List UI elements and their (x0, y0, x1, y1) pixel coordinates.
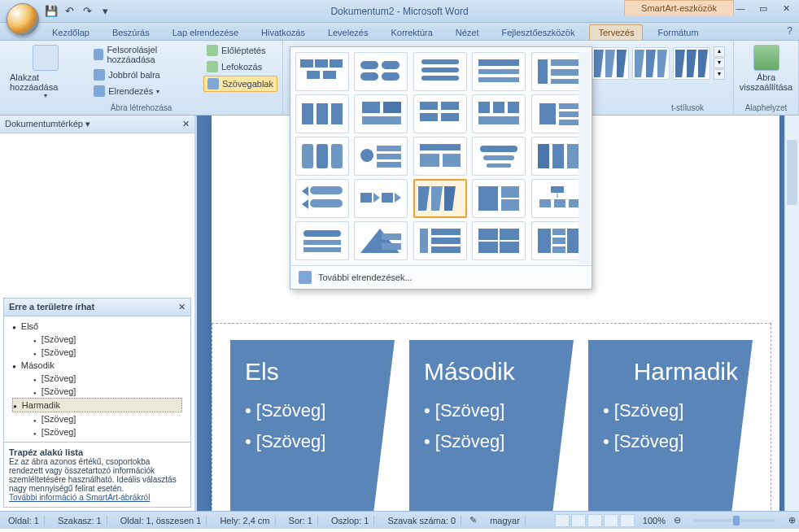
layout-gallery-item[interactable] (531, 179, 585, 218)
maximize-button[interactable]: ▭ (755, 2, 771, 15)
textpane-close-icon[interactable]: ✕ (178, 302, 186, 312)
layout-gallery-item[interactable] (472, 137, 526, 176)
qat-dropdown-icon[interactable]: ▾ (98, 4, 112, 19)
layout-gallery-item[interactable] (413, 137, 467, 176)
textpane-item[interactable]: [Szöveg] (12, 333, 182, 346)
tab-pagelayout[interactable]: Lap elrendezése (164, 25, 247, 40)
style-thumb[interactable] (592, 47, 629, 80)
tab-home[interactable]: Kezdőlap (44, 25, 98, 40)
layout-button[interactable]: Elrendezés▾ (90, 84, 199, 98)
save-icon[interactable]: 💾 (44, 4, 59, 19)
textpane-header: Erre a területre írhat ✕ (4, 299, 190, 316)
scroll-thumb[interactable] (787, 140, 797, 205)
status-pages[interactable]: Oldal: 1, összesen 1 (116, 516, 207, 525)
layout-gallery-item[interactable] (354, 137, 408, 176)
help-icon[interactable]: ? (787, 25, 792, 37)
view-print-layout[interactable] (555, 514, 570, 527)
smartart-trapezoid[interactable]: Els• [Szöveg]• [Szöveg] (230, 340, 395, 511)
layout-gallery-item[interactable] (472, 94, 526, 133)
layout-gallery-item[interactable] (472, 221, 526, 260)
reset-button[interactable]: Ábra visszaállítása (739, 43, 793, 94)
textpane-item[interactable]: Harmadik (12, 398, 182, 412)
tab-format[interactable]: Formátum (649, 25, 706, 40)
layout-gallery-item[interactable] (295, 221, 349, 260)
demote-button[interactable]: Lefokozás (203, 59, 277, 74)
status-column[interactable]: Oszlop: 1 (326, 516, 374, 525)
textpane-button[interactable]: Szövegablak (203, 76, 277, 92)
promote-button[interactable]: Előléptetés (203, 43, 277, 58)
layout-gallery-item[interactable] (413, 221, 467, 260)
layout-gallery-item[interactable] (531, 94, 585, 133)
smartart-frame[interactable]: Els• [Szöveg]• [Szöveg] Második• [Szöveg… (212, 323, 771, 511)
add-shape-button[interactable]: Alakzat hozzáadása ▾ (5, 43, 85, 101)
layout-gallery-item[interactable] (413, 52, 467, 91)
status-language[interactable]: magyar (485, 516, 526, 525)
tab-review[interactable]: Korrektúra (382, 25, 440, 40)
zoom-level[interactable]: 100% (643, 516, 666, 525)
style-thumb[interactable] (673, 47, 710, 80)
office-button[interactable] (7, 3, 39, 36)
docmap-close-icon[interactable]: ✕ (182, 119, 190, 129)
status-position[interactable]: Hely: 2,4 cm (215, 516, 275, 525)
smartart-trapezoid[interactable]: Második• [Szöveg]• [Szöveg] (409, 340, 574, 511)
status-line[interactable]: Sor: 1 (284, 516, 318, 525)
layout-gallery-item[interactable] (472, 179, 526, 218)
textpane-item[interactable]: [Szöveg] (12, 412, 182, 425)
layout-gallery-item[interactable] (413, 179, 467, 218)
tab-insert[interactable]: Beszúrás (104, 25, 158, 40)
textpane-item[interactable]: Első (12, 320, 182, 333)
docmap-dropdown-icon[interactable]: ▾ (85, 119, 90, 129)
layout-gallery-item[interactable] (354, 221, 408, 260)
layout-gallery-item[interactable] (295, 52, 349, 91)
tab-mailings[interactable]: Levelezés (320, 25, 377, 40)
smartart-trapezoid[interactable]: Harmadik• [Szöveg]• [Szöveg] (588, 340, 753, 511)
status-page[interactable]: Oldal: 1 (3, 516, 45, 525)
layout-gallery-item[interactable] (354, 52, 408, 91)
view-fullscreen[interactable] (571, 514, 586, 527)
textpane-item[interactable]: Második (12, 359, 182, 372)
view-draft[interactable] (620, 514, 635, 527)
style-scroll-up[interactable]: ▴ (714, 46, 725, 57)
layout-gallery-item[interactable] (354, 94, 408, 133)
style-scroll-down[interactable]: ▾ (714, 58, 725, 68)
tab-design[interactable]: Tervezés (589, 24, 643, 40)
close-button[interactable]: ✕ (778, 2, 794, 15)
view-web[interactable] (587, 514, 602, 527)
zoom-out-button[interactable]: ⊖ (674, 515, 681, 525)
tab-view[interactable]: Nézet (448, 25, 487, 40)
spellcheck-icon[interactable]: ✎ (469, 515, 477, 525)
style-thumb[interactable] (632, 47, 670, 80)
textpane-list[interactable]: Első[Szöveg][Szöveg]Második[Szöveg][Szöv… (4, 316, 190, 442)
zoom-in-button[interactable]: ⊕ (788, 515, 796, 525)
layout-gallery-item[interactable] (472, 52, 526, 91)
layout-gallery-item[interactable] (295, 179, 349, 218)
style-more[interactable]: ▾ (714, 69, 725, 80)
gallery-more-button[interactable]: További elrendezések... (290, 265, 592, 289)
zoom-slider-thumb[interactable] (733, 516, 740, 525)
minimize-button[interactable]: — (732, 2, 749, 15)
status-section[interactable]: Szakasz: 1 (53, 516, 107, 525)
textpane-item[interactable]: [Szöveg] (12, 425, 182, 438)
view-outline[interactable] (604, 514, 618, 527)
rtl-button[interactable]: Jobbról balra (90, 68, 199, 82)
zoom-slider[interactable] (694, 519, 775, 522)
layout-gallery-item[interactable] (295, 94, 349, 133)
gallery-scrollbar[interactable] (579, 52, 590, 264)
layout-gallery-item[interactable] (531, 52, 585, 91)
layout-gallery-item[interactable] (295, 137, 349, 176)
layout-gallery-item[interactable] (354, 179, 408, 218)
layout-gallery-item[interactable] (531, 137, 585, 176)
redo-icon[interactable]: ↷ (80, 4, 94, 19)
textpane-item[interactable]: [Szöveg] (12, 372, 182, 385)
undo-icon[interactable]: ↶ (62, 4, 76, 19)
status-words[interactable]: Szavak száma: 0 (382, 516, 461, 525)
textpane-item[interactable]: [Szöveg] (12, 385, 182, 398)
tab-references[interactable]: Hivatkozás (253, 25, 313, 40)
textpane-info-link[interactable]: További információ a SmartArt-ábrákról (9, 493, 150, 502)
add-bullet-button[interactable]: Felsorolásjel hozzáadása (90, 43, 199, 66)
layout-gallery-item[interactable] (531, 221, 585, 260)
textpane-item[interactable]: [Szöveg] (12, 346, 182, 359)
tab-developer[interactable]: Fejlesztőeszközök (494, 25, 583, 40)
layout-gallery-item[interactable] (413, 94, 467, 133)
vertical-scrollbar[interactable] (784, 116, 799, 511)
